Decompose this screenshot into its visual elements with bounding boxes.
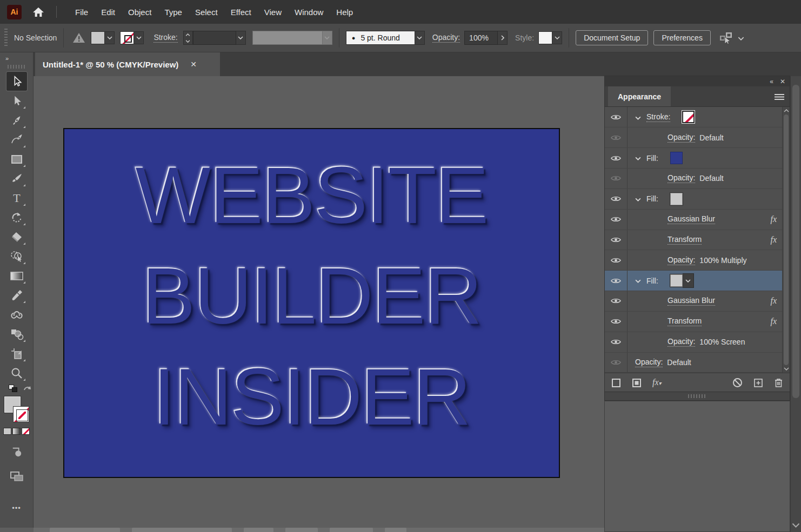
none-swatch[interactable] — [682, 111, 695, 123]
visibility-eye-icon[interactable] — [605, 107, 628, 127]
row-body[interactable]: Gaussian Blurfx — [628, 210, 782, 230]
menu-window[interactable]: Window — [288, 2, 330, 22]
chevron-down-icon[interactable] — [635, 277, 641, 285]
style-control[interactable] — [538, 31, 562, 44]
chevron-right-icon[interactable] — [498, 31, 508, 45]
chevron-down-icon[interactable] — [415, 31, 425, 45]
rotate-tool-icon[interactable] — [6, 208, 27, 227]
toolbar-grip[interactable] — [8, 65, 26, 69]
color-swatch[interactable] — [670, 152, 683, 164]
rectangle-tool-icon[interactable] — [6, 150, 27, 169]
row-body[interactable]: Transformfx — [628, 312, 782, 332]
row-body[interactable]: Opacity:Default — [628, 127, 782, 147]
fx-icon[interactable]: fx — [770, 214, 777, 224]
clear-appearance-icon[interactable] — [732, 378, 743, 388]
add-new-effect-icon[interactable]: fx▾ — [652, 378, 662, 387]
appearance-row[interactable]: Transformfx — [605, 230, 782, 251]
type-tool-icon[interactable]: T — [6, 188, 27, 207]
row-body[interactable]: Opacity:100% Multiply — [628, 250, 782, 270]
row-body[interactable]: Opacity:Default — [628, 353, 782, 373]
fx-icon[interactable]: fx — [770, 316, 777, 326]
eraser-tool-icon[interactable] — [6, 227, 27, 246]
menu-view[interactable]: View — [258, 2, 288, 22]
edit-toolbar-icon[interactable]: ••• — [6, 499, 27, 517]
symbols-tool-icon[interactable] — [6, 325, 27, 344]
panel-menu-icon[interactable] — [775, 92, 784, 102]
scroll-up-icon[interactable] — [784, 109, 789, 112]
direct-selection-tool-icon[interactable] — [6, 91, 27, 110]
collapse-panel-icon[interactable]: « — [770, 78, 773, 85]
paintbrush-tool-icon[interactable] — [6, 169, 27, 188]
chevron-down-icon[interactable] — [236, 31, 246, 45]
color-button[interactable] — [3, 428, 11, 435]
visibility-eye-icon[interactable] — [605, 312, 628, 332]
visibility-eye-icon[interactable] — [605, 353, 628, 373]
preferences-button[interactable]: Preferences — [653, 30, 710, 45]
artboard[interactable]: WEBSITE BUILDER INSIDER — [63, 128, 560, 478]
close-panel-icon[interactable]: ✕ — [780, 78, 785, 85]
shape-builder-tool-icon[interactable] — [6, 247, 27, 266]
gradient-button[interactable] — [12, 428, 21, 435]
controlbar-grip[interactable] — [4, 29, 8, 47]
expand-panel-icon[interactable]: » — [0, 52, 9, 63]
appearance-row[interactable]: Stroke: — [605, 107, 782, 127]
pen-tool-icon[interactable] — [6, 111, 27, 130]
row-body[interactable]: Transformfx — [628, 230, 782, 250]
delete-item-icon[interactable] — [774, 378, 783, 388]
visibility-eye-icon[interactable] — [605, 230, 628, 250]
document-tab[interactable]: Untitled-1* @ 50 % (CMYK/Preview) ✕ — [35, 52, 220, 76]
scrollbar-thumb[interactable] — [784, 115, 789, 365]
row-body[interactable]: Gaussian Blurfx — [628, 291, 782, 311]
appearance-row[interactable]: Opacity:Default — [605, 353, 782, 373]
blend-tool-icon[interactable] — [6, 305, 27, 324]
document-vscrollbar[interactable] — [790, 76, 801, 532]
appearance-row[interactable]: Gaussian Blurfx — [605, 210, 782, 230]
visibility-eye-icon[interactable] — [605, 291, 628, 311]
appearance-row[interactable]: Transformfx — [605, 312, 782, 332]
visibility-eye-icon[interactable] — [605, 332, 628, 352]
row-body[interactable]: Fill: — [628, 148, 782, 168]
default-fill-stroke-icon[interactable] — [9, 385, 17, 392]
stroke-weight-input[interactable] — [193, 31, 236, 45]
panel-resize-grip[interactable] — [605, 392, 790, 400]
stroke-none-swatch[interactable] — [120, 31, 134, 44]
chevron-down-icon[interactable] — [105, 31, 115, 44]
visibility-eye-icon[interactable] — [605, 148, 628, 168]
appearance-row[interactable]: Gaussian Blurfx — [605, 291, 782, 312]
chevron-down-icon[interactable] — [635, 194, 641, 203]
swap-fill-stroke-icon[interactable] — [23, 385, 32, 392]
appearance-row[interactable]: Fill: — [605, 148, 782, 169]
visibility-eye-icon[interactable] — [605, 169, 628, 188]
app-logo-icon[interactable]: Ai — [7, 5, 22, 19]
eyedropper-tool-icon[interactable] — [6, 286, 27, 305]
row-body[interactable]: Fill: — [628, 271, 782, 291]
chevron-down-icon[interactable] — [552, 31, 562, 44]
appearance-row[interactable]: Opacity:100% Multiply — [605, 250, 782, 271]
row-body[interactable]: Fill: — [628, 189, 782, 209]
duplicate-item-icon[interactable] — [753, 378, 763, 388]
scrollbar-thumb[interactable] — [792, 85, 799, 398]
opacity-input[interactable]: 100% — [464, 31, 498, 45]
screen-mode-icon[interactable] — [6, 467, 27, 486]
gradient-tool-icon[interactable] — [6, 266, 27, 285]
color-swatch[interactable] — [670, 274, 683, 287]
color-swatch[interactable] — [670, 193, 683, 205]
visibility-eye-icon[interactable] — [605, 271, 628, 291]
menu-type[interactable]: Type — [158, 2, 189, 22]
fx-icon[interactable]: fx — [770, 296, 777, 306]
stroke-color-control[interactable] — [120, 31, 144, 44]
stroke-weight-stepper[interactable] — [183, 31, 193, 45]
visibility-eye-icon[interactable] — [605, 210, 628, 230]
zoom-tool-icon[interactable] — [6, 363, 27, 382]
selection-tool-icon[interactable] — [6, 72, 27, 91]
stroke-none-swatch[interactable] — [13, 406, 29, 422]
menu-select[interactable]: Select — [189, 2, 224, 22]
document-setup-button[interactable]: Document Setup — [576, 30, 648, 45]
visibility-eye-icon[interactable] — [605, 250, 628, 270]
panel-scrollbar[interactable] — [782, 107, 790, 373]
appearance-row[interactable]: Opacity:100% Screen — [605, 332, 782, 353]
brush-preset[interactable]: ● 5 pt. Round — [346, 31, 415, 45]
chevron-down-icon[interactable] — [635, 113, 641, 122]
stroke-weight-label[interactable]: Stroke: — [153, 33, 177, 43]
opacity-label[interactable]: Opacity: — [432, 33, 460, 43]
